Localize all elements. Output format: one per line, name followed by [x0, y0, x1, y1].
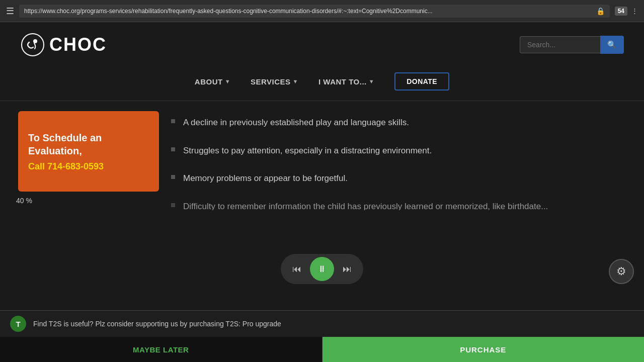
logo-area[interactable]: CHOC: [20, 32, 107, 57]
logo-text: CHOC: [49, 34, 107, 55]
site-header: CHOC 🔍: [0, 22, 644, 67]
nav-services[interactable]: SERVICES ▼: [251, 77, 298, 86]
nav-services-label: SERVICES: [251, 77, 291, 86]
address-bar[interactable]: https://www.choc.org/programs-services/r…: [19, 5, 610, 18]
svg-point-0: [22, 34, 44, 56]
browser-actions: 54 ⋮: [615, 7, 638, 16]
bullet-text-1: A decline in previously established play…: [183, 116, 409, 129]
search-area: 🔍: [520, 36, 624, 54]
services-dropdown-arrow: ▼: [293, 78, 298, 84]
url-text: https://www.choc.org/programs-services/r…: [24, 8, 592, 15]
lock-icon: 🔒: [596, 7, 605, 15]
nav-about[interactable]: ABOUT ▼: [195, 77, 230, 86]
main-content: To Schedule an Evaluation, Call 714-683-…: [0, 101, 644, 220]
rewind-button[interactable]: ⏮: [286, 258, 308, 280]
bullet-item-3: Memory problems or appear to be forgetfu…: [171, 172, 624, 185]
browser-chrome: ☰ https://www.choc.org/programs-services…: [0, 0, 644, 22]
bullet-item-1: A decline in previously established play…: [171, 116, 624, 129]
search-input[interactable]: [520, 36, 600, 53]
search-button[interactable]: 🔍: [600, 36, 624, 54]
svg-point-1: [33, 39, 37, 43]
nav-i-want-to[interactable]: I WANT TO... ▼: [318, 77, 374, 86]
bullet-text-4: Difficulty to remember information the c…: [183, 200, 548, 210]
hamburger-icon[interactable]: ☰: [6, 6, 14, 17]
purchase-button[interactable]: PURCHASE: [323, 337, 645, 362]
bullet-item-4-partial: Difficulty to remember information the c…: [171, 200, 624, 210]
play-pause-button[interactable]: ⏸: [310, 257, 334, 281]
t2s-message: Find T2S is useful? Plz consider support…: [33, 320, 634, 328]
settings-fab[interactable]: ⚙: [609, 259, 634, 284]
choc-logo-icon: [20, 32, 45, 57]
progress-indicator: 40 %: [14, 196, 34, 206]
tab-count[interactable]: 54: [615, 7, 627, 16]
bullet-item-2: Struggles to pay attention, especially i…: [171, 144, 624, 157]
bullet-text-2: Struggles to pay attention, especially i…: [183, 144, 432, 157]
card-title: To Schedule an Evaluation,: [28, 131, 149, 157]
donate-button[interactable]: DONATE: [394, 72, 449, 90]
about-dropdown-arrow: ▼: [225, 78, 230, 84]
bullet-text-3: Memory problems or appear to be forgetfu…: [183, 172, 348, 185]
bullet-marker-3: [171, 175, 175, 179]
bottom-action-buttons: MAYBE LATER PURCHASE: [0, 337, 644, 362]
forward-button[interactable]: ⏭: [336, 258, 358, 280]
bullet-marker-1: [171, 119, 175, 123]
bullet-marker-2: [171, 147, 175, 151]
t2s-banner: T Find T2S is useful? Plz consider suppo…: [0, 310, 644, 337]
card-phone[interactable]: Call 714-683-0593: [28, 161, 149, 172]
t2s-avatar: T: [10, 316, 26, 332]
maybe-later-button[interactable]: MAYBE LATER: [0, 337, 323, 362]
nav-iwantto-label: I WANT TO...: [318, 77, 367, 86]
bullet-marker-4: [171, 203, 175, 207]
menu-icon[interactable]: ⋮: [631, 7, 638, 15]
iwantto-dropdown-arrow: ▼: [369, 78, 374, 84]
schedule-evaluation-card: To Schedule an Evaluation, Call 714-683-…: [18, 111, 159, 192]
nav-about-label: ABOUT: [195, 77, 223, 86]
main-navigation: ABOUT ▼ SERVICES ▼ I WANT TO... ▼ DONATE: [0, 67, 644, 101]
media-controls: ⏮ ⏸ ⏭: [281, 254, 363, 284]
